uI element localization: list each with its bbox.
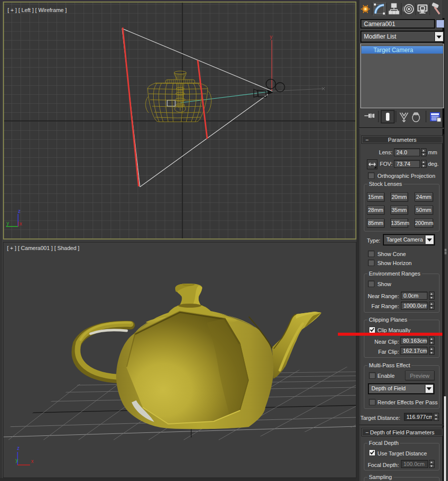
svg-text:z: z [18, 208, 21, 214]
svg-text:x: x [31, 458, 34, 464]
svg-text:y: y [7, 220, 9, 226]
svg-text:y: y [16, 457, 18, 463]
svg-text:y: y [270, 34, 272, 40]
svg-text:x: x [20, 221, 22, 226]
svg-text:z: z [17, 445, 20, 451]
